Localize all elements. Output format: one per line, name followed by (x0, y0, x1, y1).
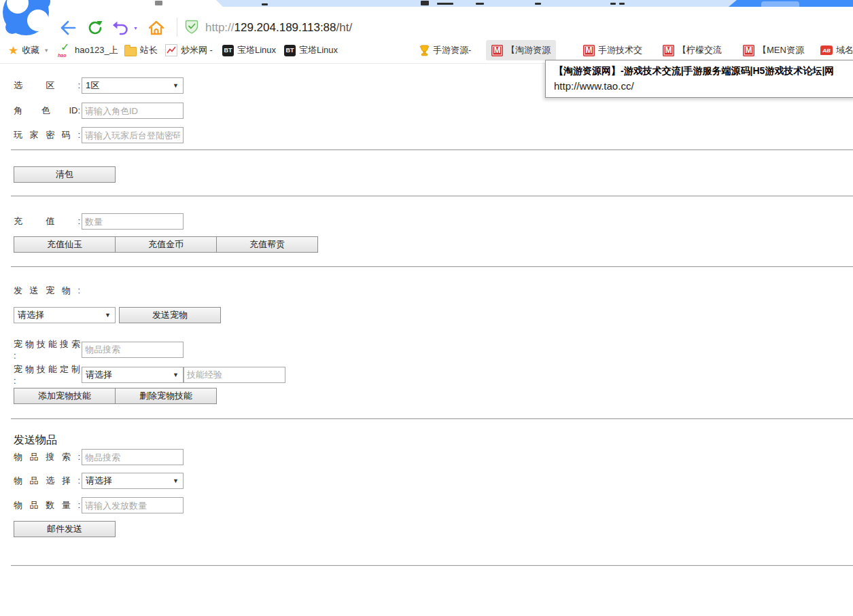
zone-row: 选 区 : 1区 ▼ (14, 77, 184, 94)
url-path: /ht/ (336, 21, 353, 34)
recharge-xianyu-button[interactable]: 充值仙玉 (14, 236, 116, 253)
divider (11, 149, 853, 151)
recharge-row: 充 值 : (14, 213, 184, 230)
divider (11, 266, 853, 268)
browser-tab-strip (0, 0, 853, 7)
bookmark-shouyou-ziyuan[interactable]: 手游资源- (419, 40, 471, 60)
browser-logo (0, 0, 64, 39)
undo-button[interactable] (110, 18, 132, 38)
add-pet-skill-button[interactable]: 添加宠物技能 (14, 388, 116, 404)
browser-window: ▼ http://129.204.189.113:88/ht/ ★ 收藏 ▼ ✓ (0, 0, 853, 616)
undo-icon (112, 19, 130, 37)
item-select-value: 请选择 (86, 475, 112, 487)
recharge-gold-button[interactable]: 充值金币 (115, 236, 217, 253)
bookmark-zhanzhang-folder[interactable]: 站长 (124, 40, 158, 60)
select-caret-icon: ▼ (173, 372, 179, 378)
select-caret-icon: ▼ (173, 82, 179, 89)
item-count-row: 物 品 数 量 : (14, 497, 184, 513)
bookmark-label: 炒米网 - (181, 44, 213, 56)
bookmark-chaomiwang[interactable]: 炒米网 - (165, 40, 213, 60)
folder-icon (124, 47, 137, 56)
new-tab-button-partial[interactable] (761, 1, 799, 7)
send-pet-select[interactable]: 请选择 ▼ (14, 307, 116, 323)
url-scheme: http:// (205, 21, 234, 34)
bookmark-baota-linux-2[interactable]: BT 宝塔Linux (284, 40, 338, 60)
bookmark-label: 宝塔Linux (237, 44, 276, 56)
zone-select-value: 1区 (86, 79, 99, 92)
bookmark-hao123[interactable]: ✓ hao hao123_上 (58, 40, 118, 60)
bookmark-ningmeng-jiaoliu[interactable]: M 【柠檬交流 (663, 40, 722, 60)
refresh-icon (86, 19, 104, 37)
refresh-button[interactable] (84, 18, 106, 38)
pet-skill-custom-select-value: 请选择 (86, 369, 112, 381)
recharge-amount-input[interactable] (82, 213, 184, 230)
undo-dropdown-caret[interactable]: ▼ (133, 26, 138, 31)
divider (11, 565, 853, 566)
player-password-input[interactable] (82, 127, 184, 143)
tab-favicon-fragment (421, 1, 429, 5)
m-logo-icon: M (743, 45, 754, 56)
clear-bag-button[interactable]: 清包 (14, 166, 116, 183)
hao123-icon: ✓ hao (58, 43, 71, 57)
zone-label: 选 区 : (14, 79, 80, 92)
item-count-label: 物 品 数 量 : (14, 499, 80, 511)
tab-text-fragment (535, 3, 541, 5)
pet-skill-search-row: 宠 物 技 能 搜 索 : (14, 338, 184, 361)
bookmark-taoyou-ziyuan[interactable]: M 【淘游资源 (486, 40, 556, 60)
mail-send-button[interactable]: 邮件发送 (14, 521, 116, 537)
player-password-label: 玩 家 密 码 : (14, 129, 80, 141)
bookmark-label: 手游技术交 (598, 44, 642, 56)
bookmark-label: hao123_上 (75, 44, 118, 56)
send-pet-label-row: 发 送 宠 物 : (14, 285, 82, 297)
chevron-down-icon: ▼ (43, 48, 49, 54)
pet-skill-custom-label: 宠 物 技 能 定 制 : (14, 363, 80, 386)
item-select-row: 物 品 选 择 : 请选择 ▼ (14, 473, 184, 489)
bt-icon: BT (284, 45, 296, 56)
browser-toolbar: ▼ http://129.204.189.113:88/ht/ (0, 7, 853, 38)
divider (11, 418, 853, 420)
send-pet-row: 请选择 ▼ 发送宠物 (14, 307, 221, 323)
toolbar-separator (177, 18, 177, 37)
tooltip-title: 【淘游资源网】-游戏技术交流|手游服务端源码|H5游戏技术论坛|网 (554, 65, 850, 77)
role-id-label: 角 色 ID: (14, 105, 80, 117)
zone-select[interactable]: 1区 ▼ (82, 77, 184, 94)
bookmark-baota-linux-1[interactable]: BT 宝塔Linux (222, 40, 276, 60)
item-select[interactable]: 请选择 ▼ (82, 473, 184, 489)
tab-text-fragment (619, 3, 625, 5)
item-search-input[interactable] (82, 449, 184, 465)
bookmark-label: 收藏 (22, 44, 39, 56)
select-caret-icon: ▼ (173, 477, 179, 484)
divider (11, 196, 853, 197)
tab-text-fragment (476, 3, 484, 5)
role-id-input[interactable] (82, 103, 184, 119)
remove-pet-skill-button[interactable]: 删除宠物技能 (115, 388, 217, 404)
recharge-label: 充 值 : (14, 215, 80, 228)
send-item-heading: 发送物品 (14, 433, 57, 448)
m-logo-icon: M (583, 45, 595, 56)
address-bar[interactable]: http://129.204.189.113:88/ht/ (205, 21, 352, 35)
bookmark-label: 手游资源- (433, 44, 471, 56)
recharge-banggong-button[interactable]: 充值帮贡 (216, 236, 318, 253)
send-pet-button[interactable]: 发送宠物 (119, 307, 221, 323)
item-count-input[interactable] (82, 497, 184, 513)
security-shield-icon[interactable] (185, 19, 198, 35)
item-search-label: 物 品 搜 索 : (14, 451, 80, 463)
home-button[interactable] (145, 18, 167, 38)
bookmark-label: 域名 (836, 44, 853, 56)
tab-text-fragment (437, 3, 453, 5)
bookmark-shouyou-jishu[interactable]: M 手游技术交 (583, 40, 642, 60)
bookmark-men-ziyuan[interactable]: M 【MEN资源 (743, 40, 804, 60)
pet-skill-custom-select[interactable]: 请选择 ▼ (82, 367, 184, 383)
bookmark-tooltip: 【淘游资源网】-游戏技术交流|手游服务端源码|H5游戏技术论坛|网 http:/… (545, 60, 853, 98)
chart-icon (165, 44, 177, 56)
bookmark-yuming[interactable]: AB 域名 (820, 40, 853, 60)
pet-skill-search-label: 宠 物 技 能 搜 索 : (14, 338, 80, 361)
pet-skill-search-input[interactable] (82, 342, 184, 358)
skill-exp-input[interactable] (184, 367, 285, 383)
bookmark-favorites[interactable]: ★ 收藏 ▼ (8, 40, 49, 60)
item-search-row: 物 品 搜 索 : (14, 449, 184, 465)
item-select-label: 物 品 选 择 : (14, 475, 80, 487)
role-id-row: 角 色 ID: (14, 103, 184, 119)
pet-skill-custom-row: 宠 物 技 能 定 制 : 请选择 ▼ (14, 363, 285, 386)
send-pet-select-value: 请选择 (18, 309, 44, 321)
